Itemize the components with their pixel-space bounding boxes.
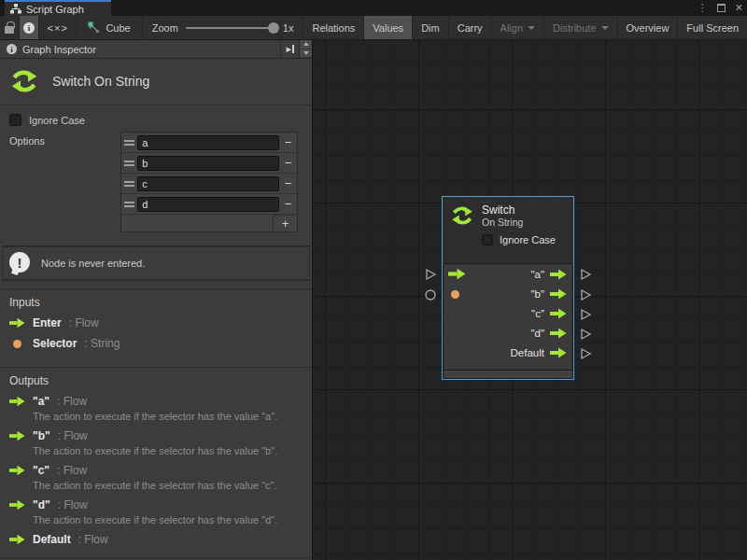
port-description: The action to execute if the selector ha… [33,445,312,456]
port-description: The action to execute if the selector ha… [33,411,312,422]
zoom-slider-handle[interactable] [268,22,279,34]
switch-node-icon [450,203,474,228]
drag-handle-icon[interactable] [121,161,137,166]
drag-handle-icon[interactable] [121,202,137,207]
port-description: The action to execute if the selector ha… [33,480,312,491]
external-flow-port-icon[interactable] [579,328,592,341]
port-label: "c" [531,308,544,319]
external-flow-port-icon[interactable] [579,288,592,301]
toolbar-button-dim[interactable]: Dim [413,16,449,39]
remove-option-button[interactable]: − [279,135,297,149]
port-type: : Flow [58,429,88,442]
warning-text: Node is never entered. [41,258,145,269]
option-value-input[interactable] [137,135,279,150]
toolbar-button-align[interactable]: Align [492,16,544,39]
node-output-port[interactable]: "c" [443,303,573,323]
window-titlebar: Script Graph ⋮ ✕ [0,0,747,16]
option-add-row: + [121,215,297,231]
close-icon[interactable]: ✕ [735,0,743,16]
flow-port-icon [9,534,25,545]
tab-script-graph[interactable]: Script Graph [5,0,111,16]
unit-title: Switch On String [52,74,149,89]
chevron-down-icon [528,26,535,30]
node-output-port[interactable]: Default [443,343,573,363]
ignore-case-label: Ignore Case [500,234,556,245]
warning-box: ! Node is never entered. [2,245,310,281]
remove-option-button[interactable]: − [279,156,297,170]
external-value-port-icon[interactable] [424,288,437,301]
lock-button[interactable] [0,16,20,39]
dock-panel-button[interactable]: ▸ [280,40,299,58]
outputs-heading: Outputs [9,374,312,387]
option-value-input[interactable] [137,176,279,191]
inputs-section: Inputs Enter : Flow Selector : String [0,289,312,359]
zoom-label: Zoom [152,22,178,34]
drag-handle-icon[interactable] [121,140,137,146]
zoom-control: Zoom 1x [143,16,303,39]
flow-port-icon [550,308,567,319]
toolbar-button-values[interactable]: Values [364,16,413,39]
options-field: Options − − − [0,130,312,238]
external-flow-port-icon[interactable] [579,308,592,321]
ignore-case-checkbox[interactable] [482,234,493,245]
graph-owner-button[interactable]: Cube [77,16,142,39]
option-value-input[interactable] [137,156,279,171]
add-option-button[interactable]: + [273,215,297,231]
switch-on-string-node[interactable]: Switch On String Ignore Case [442,196,574,380]
option-value-input[interactable] [137,197,279,212]
window-menu-icon[interactable]: ⋮ [698,0,708,16]
port-name: "a" [33,395,49,408]
options-label: Options [9,132,120,232]
flow-port-icon [9,430,25,441]
option-row: − [121,194,297,215]
scroll-down-button[interactable] [300,49,312,59]
node-output-port[interactable]: "b" [443,284,573,303]
remove-option-button[interactable]: − [279,176,297,190]
toolbar-toggle-group: Relations Values Dim Carry Align Distrib… [303,16,747,39]
options-list: − − − − [120,132,298,232]
external-flow-port-icon[interactable] [424,268,437,281]
drag-handle-icon[interactable] [121,181,137,187]
ignore-case-checkbox[interactable] [9,114,21,126]
toolbar-button-distribute[interactable]: Distribute [544,16,617,39]
maximize-icon[interactable] [717,4,726,12]
toolbar-button-overview[interactable]: Overview [618,16,679,39]
graph-owner-label: Cube [106,22,130,34]
button-label: Overview [627,22,669,34]
port-type: : Flow [78,533,108,546]
node-output-port[interactable]: "d" [443,324,573,343]
code-icon: <×> [48,22,68,34]
button-label: Align [500,22,523,34]
info-icon: i [7,44,17,54]
toolbar-button-carry[interactable]: Carry [449,16,492,39]
port-label: "a" [530,269,544,280]
node-body: "a" "b" "c" [443,264,573,363]
graph-canvas[interactable]: Switch On String Ignore Case [313,40,747,560]
port-type: : Flow [69,316,99,329]
node-title: Switch [482,203,523,217]
inputs-heading: Inputs [9,296,312,309]
edit-code-button[interactable]: <×> [39,16,77,39]
output-port-row: Default : Flow [9,533,312,546]
zoom-slider[interactable] [186,27,275,29]
inspector-title: Graph Inspector [22,44,280,55]
toolbar-button-fullscreen[interactable]: Full Screen [678,16,747,39]
button-label: Values [373,22,403,34]
graph-inspector-panel: i Graph Inspector ▸ Switch On String [0,40,313,560]
scroll-up-button[interactable] [300,40,312,49]
enter-flow-port-icon[interactable] [448,268,466,280]
warning-icon: ! [9,252,32,274]
value-port-icon [13,340,21,348]
external-flow-port-icon[interactable] [579,268,592,281]
selector-value-port-icon[interactable] [451,290,459,299]
output-port-row: "a" : Flow [9,395,312,408]
toolbar-button-relations[interactable]: Relations [303,16,364,39]
external-flow-port-icon[interactable] [579,347,592,360]
port-label: "d" [530,328,544,339]
flow-port-icon [9,396,25,407]
window-controls: ⋮ ✕ [698,0,743,16]
inspector-toggle-button[interactable]: i [20,16,39,39]
script-graph-window: Script Graph ⋮ ✕ i <×> Cube Zoom [0,0,747,560]
remove-option-button[interactable]: − [279,197,297,211]
input-port-row: Selector : String [9,337,312,350]
